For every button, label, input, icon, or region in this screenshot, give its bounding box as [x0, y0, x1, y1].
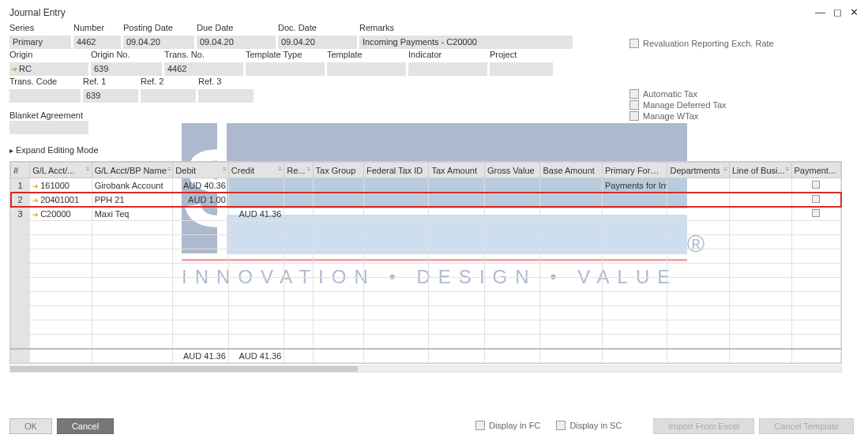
maximize-icon[interactable]: ◻: [833, 6, 842, 18]
cell-primary[interactable]: Payments for Inv: [602, 178, 667, 193]
display-fc-checkbox[interactable]: [475, 421, 485, 430]
display-sc-label: Display in SC: [569, 421, 622, 430]
blanket-agreement-label: Blanket Agreement: [9, 110, 629, 120]
auto-tax-checkbox[interactable]: [629, 89, 639, 99]
col-payment[interactable]: Payment...: [791, 163, 840, 178]
col-fed-tax[interactable]: Federal Tax ID: [363, 163, 429, 178]
col-credit[interactable]: Credit≡: [228, 163, 284, 178]
cell-debit[interactable]: [173, 207, 228, 221]
remarks-field[interactable]: Incoming Payments - C20000: [359, 36, 573, 49]
close-icon[interactable]: ✕: [850, 6, 859, 18]
table-row-empty: [11, 335, 841, 349]
table-row[interactable]: 1➔161000Girobank AccountAUD 40.36Payment…: [11, 178, 841, 193]
indicator-label: Indicator: [408, 50, 487, 62]
trans-code-label: Trans. Code: [9, 77, 81, 89]
row-num: 1: [11, 178, 30, 193]
cell-credit[interactable]: [228, 193, 284, 207]
ref2-label: Ref. 2: [141, 77, 196, 89]
col-rownum[interactable]: #: [11, 163, 30, 178]
cell-acct[interactable]: ➔20401001: [30, 193, 92, 207]
link-arrow-icon[interactable]: ➔: [32, 211, 39, 219]
template-type-label: Template Type: [246, 50, 325, 62]
table-row-empty: [11, 264, 841, 278]
link-arrow-icon[interactable]: ➔: [11, 65, 17, 73]
col-dept[interactable]: Departments≡: [667, 163, 730, 178]
template-label: Template: [327, 50, 406, 62]
cell-credit[interactable]: [228, 178, 284, 193]
table-row-empty: [11, 278, 841, 292]
col-gl-name[interactable]: G/L Acct/BP Name≡: [92, 163, 173, 178]
ref3-field[interactable]: [198, 89, 254, 103]
posting-date-label: Posting Date: [123, 23, 194, 36]
cell-name[interactable]: PPH 21: [92, 193, 173, 207]
ref1-label: Ref. 1: [83, 77, 138, 89]
series-field[interactable]: Primary: [9, 36, 71, 49]
cell-name[interactable]: Girobank Account: [92, 178, 173, 193]
table-row-empty: [11, 249, 841, 264]
template-type-field[interactable]: [246, 62, 325, 76]
journal-grid[interactable]: ↗ # G/L Acct/...≡ G/L Acct/BP Name≡ Debi…: [9, 161, 842, 364]
due-date-field[interactable]: 09.04.20: [197, 36, 276, 49]
link-arrow-icon[interactable]: ➔: [32, 197, 39, 204]
col-debit[interactable]: Debit≡: [173, 163, 228, 178]
cell-credit[interactable]: AUD 41.36: [228, 207, 284, 221]
posting-date-field[interactable]: 09.04.20: [123, 36, 194, 49]
ref1-field[interactable]: 639: [83, 89, 138, 103]
cell-debit[interactable]: AUD 1.00: [173, 193, 228, 207]
origin-no-label: Origin No.: [91, 50, 162, 62]
project-label: Project: [490, 50, 553, 62]
doc-date-field[interactable]: 09.04.20: [278, 36, 357, 49]
window-title: Journal Entry: [9, 7, 66, 18]
import-button[interactable]: Import From Excel: [653, 418, 754, 434]
col-gross[interactable]: Gross Value: [484, 163, 539, 178]
col-lob[interactable]: Line of Busi...≡: [730, 163, 792, 178]
col-base[interactable]: Base Amount: [540, 163, 603, 178]
reval-label: Revaluation Reporting Exch. Rate: [643, 39, 774, 48]
trans-no-field[interactable]: 4462: [164, 62, 243, 76]
table-row-empty: [11, 320, 841, 335]
col-primary[interactable]: Primary Form...: [602, 163, 667, 178]
remarks-label: Remarks: [359, 23, 573, 36]
expand-editing-toggle[interactable]: Expand Editing Mode: [9, 145, 859, 155]
deferred-label: Manage Deferred Tax: [643, 100, 727, 110]
due-date-label: Due Date: [197, 23, 276, 36]
cell-payment-chk[interactable]: [791, 207, 840, 221]
ref2-field[interactable]: [141, 89, 196, 103]
col-tax-group[interactable]: Tax Group: [313, 163, 363, 178]
trans-code-field[interactable]: [9, 89, 81, 103]
minimize-icon[interactable]: —: [815, 6, 825, 18]
cell-acct[interactable]: ➔161000: [30, 178, 92, 193]
display-sc-checkbox[interactable]: [556, 421, 566, 430]
cell-name[interactable]: Maxi Teq: [92, 207, 173, 221]
reval-checkbox[interactable]: [629, 39, 639, 48]
cancel-button[interactable]: Cancel: [57, 418, 114, 434]
ok-button[interactable]: OK: [9, 418, 52, 434]
table-row[interactable]: 2➔20401001PPH 21AUD 1.00: [11, 193, 841, 207]
wtax-checkbox[interactable]: [629, 111, 639, 121]
project-field[interactable]: [490, 62, 553, 76]
cell-debit[interactable]: AUD 40.36: [173, 178, 228, 193]
cell-primary[interactable]: [602, 207, 667, 221]
table-row-empty: [11, 306, 841, 320]
cell-payment-chk[interactable]: [791, 193, 840, 207]
table-row[interactable]: 3➔C20000Maxi TeqAUD 41.36: [11, 207, 841, 221]
cell-primary[interactable]: [602, 193, 667, 207]
indicator-field[interactable]: [408, 62, 487, 76]
cancel-template-button[interactable]: Cancel Template: [759, 418, 854, 434]
display-fc-label: Display in FC: [489, 421, 540, 430]
origin-field[interactable]: ➔RC: [9, 62, 88, 76]
deferred-checkbox[interactable]: [629, 100, 639, 110]
origin-no-field[interactable]: 639: [91, 62, 162, 76]
cell-payment-chk[interactable]: [791, 178, 840, 193]
template-field[interactable]: [327, 62, 406, 76]
horizontal-scrollbar[interactable]: [9, 365, 842, 373]
col-re[interactable]: Re...≡: [284, 163, 313, 178]
blanket-agreement-field[interactable]: [9, 121, 88, 134]
link-arrow-icon[interactable]: ➔: [32, 182, 39, 190]
cell-acct[interactable]: ➔C20000: [30, 207, 92, 221]
doc-date-label: Doc. Date: [278, 23, 357, 36]
col-tax-amt[interactable]: Tax Amount: [429, 163, 484, 178]
col-gl-acct[interactable]: G/L Acct/...≡: [30, 163, 92, 178]
origin-label: Origin: [9, 50, 88, 62]
number-field[interactable]: 4462: [73, 36, 121, 49]
